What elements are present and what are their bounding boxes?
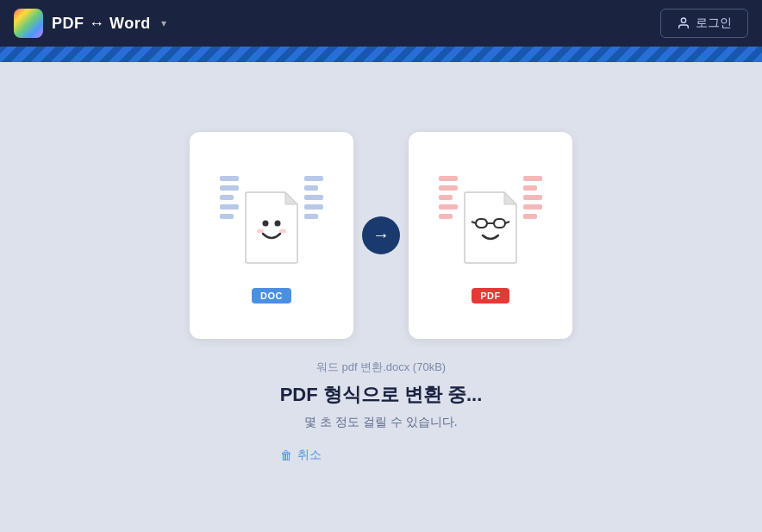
chevron-down-icon[interactable]: ▾ — [161, 17, 166, 29]
pdf-lines-left — [439, 176, 458, 219]
status-area: 워드 pdf 변환.docx (70kB) PDF 형식으로 변환 중... 몇… — [280, 360, 483, 463]
file-info: 워드 pdf 변환.docx (70kB) — [280, 360, 483, 375]
pdf-file-icon — [459, 191, 522, 265]
stripe-bar — [0, 47, 762, 62]
arrow-icon: → — [362, 216, 400, 254]
line-block — [304, 176, 323, 181]
converting-subtitle: 몇 초 정도 걸릴 수 있습니다. — [280, 415, 483, 430]
line-block — [220, 185, 239, 191]
pdf-line — [523, 195, 542, 200]
pdf-line — [439, 204, 458, 210]
header-title: PDF ↔ Word — [52, 15, 151, 33]
cancel-label: 취소 — [297, 448, 322, 463]
pdf-badge: PDF — [472, 288, 509, 304]
source-file-card: DOC — [190, 132, 353, 339]
header-left: PDF ↔ Word ▾ — [14, 9, 166, 38]
doc-lines-left — [220, 176, 239, 219]
svg-point-2 — [275, 220, 281, 226]
pdf-line — [523, 204, 542, 210]
pdf-line — [439, 185, 458, 191]
svg-point-0 — [681, 18, 685, 22]
pdf-line — [523, 185, 537, 191]
login-button[interactable]: 로그인 — [660, 9, 748, 38]
pdf-lines-right — [523, 176, 542, 219]
line-block — [220, 214, 234, 219]
doc-lines-right — [304, 176, 323, 219]
arrow-label: → — [372, 225, 390, 245]
line-block — [220, 204, 239, 210]
pdf-line — [439, 195, 453, 200]
line-block — [304, 195, 323, 200]
cancel-button[interactable]: 🗑 취소 — [280, 448, 483, 463]
line-block — [220, 195, 234, 200]
line-block — [304, 204, 323, 210]
line-block — [304, 214, 318, 219]
doc-illustration — [220, 167, 323, 288]
svg-point-3 — [257, 228, 264, 233]
pdf-illustration — [439, 167, 542, 288]
target-file-card: PDF — [409, 132, 572, 339]
doc-badge: DOC — [252, 288, 291, 304]
app-logo — [14, 9, 43, 38]
login-label: 로그인 — [696, 16, 732, 31]
line-block — [304, 185, 318, 191]
converting-title: PDF 형식으로 변환 중... — [280, 382, 483, 408]
app-header: PDF ↔ Word ▾ 로그인 — [0, 0, 762, 47]
user-icon — [677, 16, 690, 30]
doc-file-icon — [240, 191, 303, 265]
pdf-line — [439, 214, 453, 219]
pdf-line — [523, 214, 537, 219]
trash-icon: 🗑 — [280, 448, 292, 462]
pdf-line — [439, 176, 458, 181]
line-block — [220, 176, 239, 181]
pdf-line — [523, 176, 542, 181]
main-content: DOC → — [0, 62, 762, 532]
svg-point-4 — [279, 228, 286, 233]
conversion-area: DOC → — [190, 132, 572, 339]
svg-point-1 — [263, 220, 269, 226]
